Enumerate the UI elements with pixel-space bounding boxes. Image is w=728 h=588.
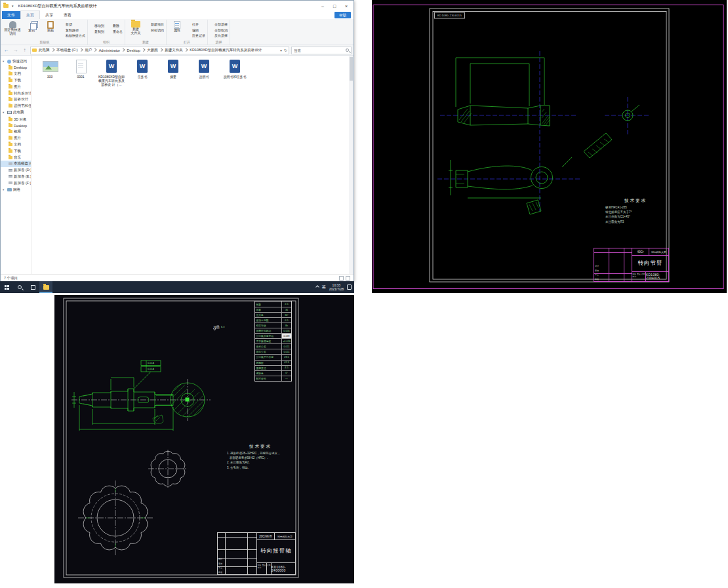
parameter-row: 压力角 30° bbox=[255, 312, 291, 317]
file-item[interactable]: W 任务书 bbox=[129, 58, 155, 79]
breadcrumb-item[interactable]: Administrator bbox=[98, 49, 127, 52]
ribbon-tab[interactable]: 主页 bbox=[20, 10, 40, 19]
file-item[interactable]: W KD1080XD型自卸载重汽车转向系及前桥设 计（… bbox=[98, 58, 125, 87]
search-box[interactable] bbox=[291, 47, 352, 54]
ribbon-tab[interactable]: 共享 bbox=[40, 11, 58, 19]
file-item[interactable]: W 说明书和任务书 bbox=[222, 58, 248, 79]
file-item[interactable]: W 0001 bbox=[68, 58, 94, 79]
sidebar-item[interactable]: 前桥设计 bbox=[1, 96, 31, 103]
file-item[interactable]: W 说明书 bbox=[191, 58, 217, 79]
new-folder-button[interactable]: 新建文件夹 bbox=[127, 20, 144, 35]
scrollbar-thumb[interactable] bbox=[350, 57, 353, 81]
tray-chevron-up-icon[interactable] bbox=[315, 285, 319, 289]
ribbon-small-button[interactable]: 复制到 bbox=[90, 29, 104, 33]
ribbon-small-button[interactable]: 全部选择 bbox=[210, 22, 228, 26]
technical-requirements-title: 技术要求 bbox=[605, 198, 666, 204]
vertical-scrollbar[interactable] bbox=[349, 56, 354, 274]
properties-button[interactable]: 属性 bbox=[169, 20, 186, 33]
ribbon-small-button[interactable]: 历史记录 bbox=[188, 33, 205, 37]
maximize-button[interactable]: □ bbox=[329, 1, 340, 11]
ribbon-small-button[interactable]: 删除 bbox=[108, 24, 123, 28]
ribbon-small-button[interactable]: 打开 bbox=[188, 22, 205, 26]
ribbon-small-button[interactable]: 复制路径 bbox=[61, 28, 85, 32]
paste-button[interactable]: 粘贴 bbox=[42, 20, 59, 33]
ribbon-small-button[interactable]: 反向选择 bbox=[210, 33, 228, 37]
title-block-scale-cells: 阶段标记重量比例 bbox=[632, 272, 646, 281]
up-button[interactable]: ↑ bbox=[21, 47, 28, 53]
breadcrumb-item[interactable]: 新建文件夹 bbox=[164, 48, 189, 52]
back-button[interactable]: ← bbox=[3, 47, 10, 53]
sidebar-item[interactable]: Desktop bbox=[1, 65, 31, 71]
title-block-signature-grid: 设计审核工艺批准 bbox=[218, 533, 257, 574]
breadcrumb-item[interactable]: 此电脑 bbox=[38, 48, 56, 52]
breadcrumb-item[interactable]: 大鹏图 bbox=[146, 48, 164, 52]
forward-button[interactable]: → bbox=[12, 47, 19, 53]
ribbon-tab[interactable]: 查看 bbox=[58, 11, 77, 19]
sidebar-item[interactable]: 文档 bbox=[1, 71, 31, 77]
ribbon-small-button[interactable]: 全部取消 bbox=[210, 28, 228, 32]
copy-button[interactable]: 复制 bbox=[23, 20, 40, 33]
help-tab-badge[interactable]: 帮助 bbox=[334, 12, 351, 18]
breadcrumb-item[interactable]: KD1080XD型自卸载重汽车转向系及前桥设计 bbox=[189, 48, 262, 52]
sidebar-item[interactable]: 新加卷 (D:) bbox=[1, 167, 31, 174]
ribbon-small-button[interactable]: 移动到 bbox=[90, 24, 104, 28]
quick-access-toolbar-chevron-icon[interactable]: ▾ bbox=[12, 4, 14, 8]
breadcrumb-item[interactable]: Desktop bbox=[127, 49, 147, 52]
sidebar-item[interactable]: 说明书和任务书 bbox=[1, 103, 31, 109]
ribbon-small-button[interactable]: 重命名 bbox=[108, 29, 123, 33]
taskbar-clock[interactable]: 10:33 2021/7/28 bbox=[329, 283, 344, 292]
sidebar-section-quick-access[interactable]: ▾ 快速访问 bbox=[1, 58, 31, 65]
file-icon: W bbox=[42, 58, 58, 74]
minimize-button[interactable]: – bbox=[317, 1, 329, 11]
list-view-toggle-icon[interactable] bbox=[339, 276, 344, 281]
sidebar-item[interactable]: 转向系设计 bbox=[1, 90, 31, 96]
taskbar-file-explorer-button[interactable] bbox=[39, 281, 52, 293]
parameter-value: 0.011 bbox=[281, 349, 291, 354]
file-list-area[interactable]: W 333 W 0001 W KD1080XD型自 bbox=[31, 56, 354, 274]
sidebar-item[interactable]: 图片 bbox=[1, 83, 31, 90]
sidebar-item[interactable]: 3D 对象 bbox=[1, 116, 31, 123]
sidebar-item[interactable]: 下载 bbox=[1, 77, 31, 84]
notification-center-icon[interactable] bbox=[347, 284, 352, 290]
ribbon-small-button[interactable]: 轻松访问 bbox=[146, 28, 164, 32]
breadcrumb-item[interactable]: 本地磁盘 (C:) bbox=[56, 48, 84, 52]
ribbon-small-button[interactable]: 新建项目 bbox=[146, 22, 164, 26]
drawing-number-corner-label: KD1080-2304015 bbox=[435, 12, 464, 18]
sidebar-item[interactable]: Desktop bbox=[1, 123, 31, 128]
ribbon-small-button[interactable]: 编辑 bbox=[188, 28, 205, 32]
file-item[interactable]: W 摘要 bbox=[160, 58, 186, 79]
sidebar-item[interactable]: 音乐 bbox=[1, 154, 31, 161]
sidebar-item[interactable]: 视频 bbox=[1, 128, 31, 135]
chevron-down-icon[interactable]: ▾ bbox=[3, 111, 6, 114]
close-button[interactable]: × bbox=[340, 1, 352, 11]
breadcrumb-item[interactable]: 用户 bbox=[84, 48, 98, 52]
sidebar-item[interactable]: 本地磁盘 (C:) bbox=[1, 161, 31, 167]
ribbon-tab[interactable]: 文件 bbox=[2, 11, 20, 19]
sidebar-section-network[interactable]: ▾ 网络 bbox=[1, 186, 31, 193]
refresh-icon[interactable]: ↻ bbox=[284, 48, 287, 52]
sidebar-item[interactable]: 下载 bbox=[1, 147, 31, 154]
technical-requirement-line: 未注倒角为C1×45° bbox=[605, 214, 666, 219]
chevron-down-icon[interactable]: ▾ bbox=[3, 188, 6, 191]
word-doc-icon: W bbox=[109, 63, 115, 69]
sidebar-section-this-pc[interactable]: ▾ 此电脑 bbox=[1, 109, 31, 116]
file-item[interactable]: W 333 bbox=[37, 58, 63, 79]
start-button[interactable] bbox=[0, 281, 13, 293]
address-bar[interactable]: 此电脑本地磁盘 (C:)用户AdministratorDesktop大鹏图新建文… bbox=[30, 47, 289, 54]
sidebar-item[interactable]: 新加卷 (E:) bbox=[1, 174, 31, 180]
pin-to-quick-access-button[interactable]: 固定到快速访问 bbox=[4, 20, 21, 36]
sidebar-item[interactable]: 图片 bbox=[1, 135, 31, 142]
parameter-value: 36 bbox=[281, 307, 291, 312]
taskbar-search-button[interactable] bbox=[13, 281, 26, 293]
ribbon-small-button[interactable]: 粘贴快捷方式 bbox=[61, 33, 85, 37]
sidebar-item[interactable]: 文档 bbox=[1, 142, 31, 148]
ime-indicator[interactable]: 英 bbox=[322, 284, 326, 290]
chevron-down-icon[interactable]: ▾ bbox=[3, 60, 6, 63]
thumbnail-view-toggle-icon[interactable] bbox=[346, 276, 350, 281]
task-view-button[interactable] bbox=[26, 281, 39, 293]
address-dropdown-icon[interactable]: ▾ bbox=[280, 48, 282, 52]
sidebar-item[interactable]: 新加卷 (F:) bbox=[1, 180, 31, 186]
parameter-value: 2.5 bbox=[281, 302, 291, 307]
search-input[interactable] bbox=[294, 49, 344, 52]
ribbon-small-button[interactable]: 剪切 bbox=[61, 22, 85, 26]
